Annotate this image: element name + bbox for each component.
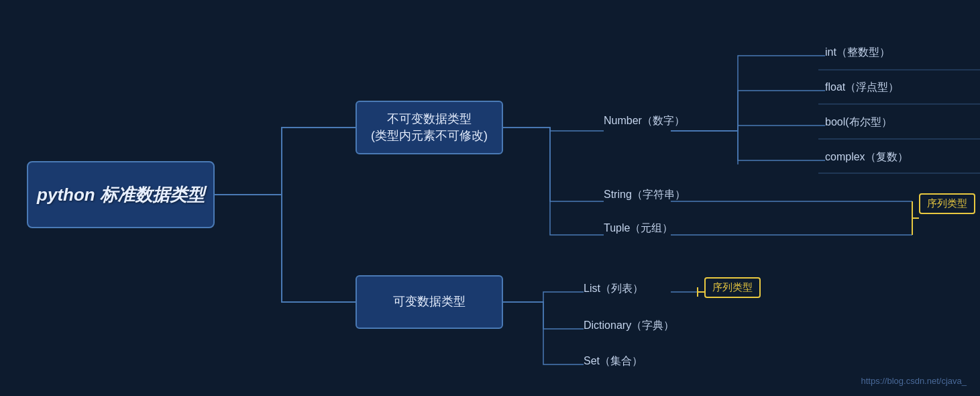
- mind-map-diagram: python 标准数据类型 不可变数据类型 (类型内元素不可修改) 可变数据类型…: [0, 0, 980, 396]
- leaf-string: String（字符串）: [604, 188, 686, 202]
- immutable-node: 不可变数据类型 (类型内元素不可修改): [356, 101, 503, 154]
- leaf-complex: complex（复数）: [825, 150, 908, 164]
- root-label: python 标准数据类型: [37, 183, 205, 207]
- badge-lower-sequence-type: 序列类型: [704, 277, 761, 298]
- leaf-bool: bool(布尔型）: [825, 115, 892, 130]
- leaf-int: int（整数型）: [825, 46, 890, 60]
- mutable-label: 可变数据类型: [393, 293, 466, 310]
- leaf-list: List（列表）: [584, 282, 643, 296]
- leaf-set: Set（集合）: [584, 354, 643, 368]
- leaf-tuple: Tuple（元组）: [604, 221, 673, 236]
- root-node: python 标准数据类型: [27, 161, 215, 228]
- leaf-float: float（浮点型）: [825, 81, 899, 95]
- mutable-node: 可变数据类型: [356, 275, 503, 329]
- leaf-dict: Dictionary（字典）: [584, 319, 674, 333]
- badge-upper-sequence-type: 序列类型: [919, 193, 975, 214]
- watermark: https://blog.csdn.net/cjava_: [861, 376, 967, 386]
- leaf-number: Number（数字）: [604, 114, 685, 128]
- immutable-label: 不可变数据类型 (类型内元素不可修改): [371, 111, 488, 144]
